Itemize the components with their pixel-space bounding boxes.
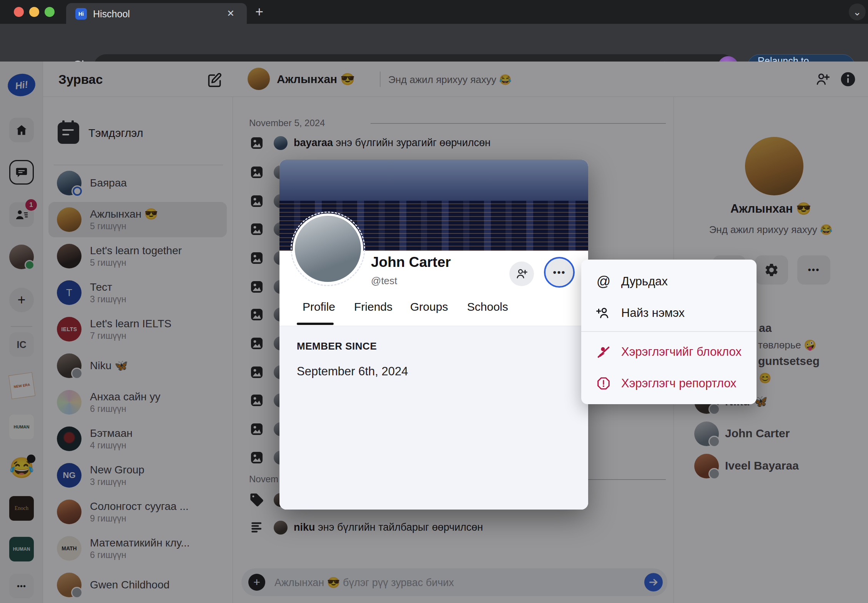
profile-add-friend-button[interactable] — [509, 262, 534, 286]
active-tab-underline — [297, 323, 334, 325]
person-add-icon — [515, 267, 529, 281]
member-since-label: MEMBER SINCE — [297, 340, 377, 352]
browser-toolbar: hischool.mn/messages/01JBK7BRC6VSJZ31WAB… — [0, 24, 868, 62]
menu-item-report-user[interactable]: Хэрэглэгч репортлох — [581, 368, 757, 399]
menu-item-block-user[interactable]: Хэрэглэгчийг блоклох — [581, 336, 757, 368]
new-tab-button[interactable]: + — [255, 4, 263, 20]
traffic-light-close[interactable] — [14, 7, 24, 17]
traffic-light-zoom[interactable] — [45, 7, 55, 17]
report-icon — [595, 376, 612, 391]
profile-body: MEMBER SINCE September 6th, 2024 — [279, 326, 588, 510]
member-since-value: September 6th, 2024 — [297, 365, 408, 378]
tab-profile[interactable]: Profile — [303, 300, 335, 313]
menu-item-mention[interactable]: @ Дурьдах — [581, 266, 757, 297]
profile-avatar[interactable] — [293, 213, 363, 284]
person-off-icon — [595, 345, 612, 359]
tab-search-chevron-icon[interactable]: ⌄ — [849, 3, 866, 20]
at-icon: @ — [595, 273, 612, 290]
tab-title: Hischool — [93, 8, 130, 20]
tab-schools[interactable]: Schools — [467, 300, 508, 313]
person-add-icon — [595, 305, 612, 321]
user-context-menu: @ Дурьдах Найз нэмэх Хэрэглэгчийг блокло… — [581, 260, 757, 404]
tab-strip: Hi Hischool ✕ + ⌄ — [0, 0, 868, 24]
profile-popup: John Carter @test ••• Profile Friends Gr… — [279, 160, 588, 510]
tab-groups[interactable]: Groups — [410, 300, 448, 313]
profile-name: John Carter — [371, 254, 451, 270]
traffic-light-minimize[interactable] — [29, 7, 39, 17]
tab-friends[interactable]: Friends — [354, 300, 392, 313]
screen: Hi Hischool ✕ + ⌄ hischool.mn/messages/0… — [0, 0, 868, 603]
menu-divider — [581, 331, 757, 332]
profile-more-button[interactable]: ••• — [544, 257, 575, 288]
profile-handle: @test — [371, 275, 397, 287]
browser-tab[interactable]: Hi Hischool ✕ — [66, 3, 247, 24]
hischool-favicon: Hi — [75, 8, 87, 20]
tab-close-icon[interactable]: ✕ — [227, 8, 234, 19]
menu-item-add-friend[interactable]: Найз нэмэх — [581, 297, 757, 329]
